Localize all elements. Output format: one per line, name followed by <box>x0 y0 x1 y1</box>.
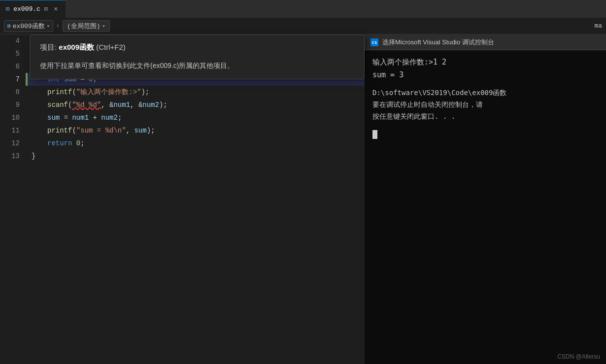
active-tab[interactable]: ⊡ ex009.c ⊡ × <box>0 0 66 18</box>
console-icon: cs <box>370 38 378 46</box>
line-numbers: 4 5 6 7 8 9 10 11 12 13 <box>0 34 26 364</box>
console-body: 输入两个操作数:>1 2 sum = 3 D:\software\VS2019\… <box>365 50 606 147</box>
tab-pin-icon[interactable]: ⊡ <box>44 5 48 13</box>
breadcrumb-project[interactable]: ⊞ ex009函数 ▾ <box>4 20 53 32</box>
console-path-1: D:\software\VS2019\Code\ex009函数 要在调试停止时自… <box>372 87 598 122</box>
console-panel: cs 选择Microsoft Visual Studio 调试控制台 输入两个操… <box>365 34 606 364</box>
line-num-7: 7 <box>0 73 26 86</box>
breadcrumb-bar: ⊞ ex009函数 ▾ › (全局范围) ▾ ma <box>0 18 606 34</box>
tab-file-icon: ⊡ <box>6 5 9 13</box>
breadcrumb-icon: ⊞ <box>7 23 11 29</box>
console-cursor <box>372 130 377 139</box>
line-num-12: 12 <box>0 137 26 150</box>
line-num-6: 6 <box>0 60 26 73</box>
line-num-10: 10 <box>0 111 26 124</box>
line-num-13: 13 <box>0 150 26 163</box>
editor-area: 项目: ex009函数 (Ctrl+F2) 使用下拉菜单可查看和切换到此文件(e… <box>0 34 606 364</box>
console-line-2: sum = 3 <box>372 69 598 82</box>
line-num-9: 9 <box>0 99 26 111</box>
tooltip-popup: 项目: ex009函数 (Ctrl+F2) 使用下拉菜单可查看和切换到此文件(e… <box>30 34 365 79</box>
breadcrumb-project-label: ex009函数 <box>13 22 45 31</box>
tooltip-title: 项目: ex009函数 (Ctrl+F2) <box>40 43 354 52</box>
breadcrumb-scope-label: (全局范围) <box>67 22 101 31</box>
console-title: 选择Microsoft Visual Studio 调试控制台 <box>382 38 494 47</box>
scope-dropdown-arrow: ▾ <box>102 23 105 29</box>
tooltip-body: 使用下拉菜单可查看和切换到此文件(ex009.c)所属的其他项目。 <box>40 60 354 71</box>
tab-filename: ex009.c <box>13 5 40 13</box>
line-num-8: 8 <box>0 86 26 99</box>
console-header: cs 选择Microsoft Visual Studio 调试控制台 <box>365 34 606 50</box>
breadcrumb-dropdown-arrow: ▾ <box>47 23 50 29</box>
line-num-4: 4 <box>0 34 26 47</box>
tab-close-button[interactable]: × <box>52 5 60 13</box>
tooltip-project-name: ex009函数 <box>59 43 94 51</box>
breadcrumb-separator: › <box>56 23 60 30</box>
breadcrumb-right: ma <box>594 22 602 30</box>
line-num-11: 11 <box>0 124 26 137</box>
console-line-1: 输入两个操作数:>1 2 <box>372 56 598 69</box>
line-num-5: 5 <box>0 47 26 60</box>
breadcrumb-scope[interactable]: (全局范围) ▾ <box>63 20 110 32</box>
watermark: CSDN @Altersu <box>557 353 600 360</box>
tab-bar: ⊡ ex009.c ⊡ × <box>0 0 606 18</box>
breadcrumb-right-text: ma <box>594 22 602 30</box>
